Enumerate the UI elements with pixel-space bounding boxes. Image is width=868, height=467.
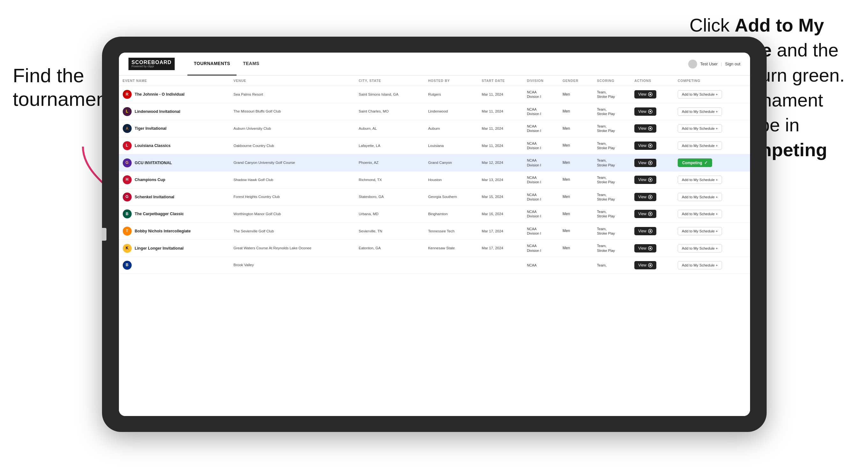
add-to-schedule-button[interactable]: Add to My Schedule + [678, 176, 722, 184]
header-right: Test User | Sign out [688, 60, 741, 68]
cell-scoring: Team,Stroke Play [593, 206, 630, 223]
view-button[interactable]: View [634, 210, 656, 218]
cell-hosted-by [424, 257, 478, 274]
cell-start-date: Mar 11, 2024 [478, 86, 523, 103]
table-row: L Lindenwood Invitational The Missouri B… [119, 103, 750, 120]
table-row: B Brook ValleyNCAATeam, View Add to My S… [119, 257, 750, 274]
table-row: A Tiger Invitational Auburn University C… [119, 120, 750, 137]
view-button[interactable]: View [634, 142, 656, 150]
tab-tournaments[interactable]: TOURNAMENTS [187, 53, 237, 75]
view-button[interactable]: View [634, 124, 656, 133]
add-to-schedule-button[interactable]: Add to My Schedule + [678, 244, 722, 252]
event-name-text: Tiger Invitational [135, 126, 167, 131]
view-icon [648, 178, 652, 182]
cell-division: NCAADivision I [523, 103, 559, 120]
team-logo: R [123, 90, 132, 99]
add-to-schedule-button[interactable]: Add to My Schedule + [678, 210, 722, 218]
cell-actions: View [630, 154, 674, 172]
cell-hosted-by: Houston [424, 171, 478, 188]
cell-city-state: Auburn, AL [355, 120, 424, 137]
cell-division: NCAADivision I [523, 154, 559, 172]
cell-event-name: G GCU INVITATIONAL [119, 154, 230, 172]
cell-gender: Men [559, 103, 593, 120]
add-to-schedule-button[interactable]: Add to My Schedule + [678, 261, 722, 269]
view-button[interactable]: View [634, 90, 656, 98]
col-event-name: EVENT NAME [119, 75, 230, 86]
nav-tabs: TOURNAMENTS TEAMS [187, 53, 266, 75]
view-button[interactable]: View [634, 244, 656, 252]
cell-competing: Add to My Schedule + [674, 257, 750, 274]
tab-teams[interactable]: TEAMS [237, 53, 266, 75]
cell-start-date: Mar 17, 2024 [478, 240, 523, 257]
cell-city-state: Saint Charles, MO [355, 103, 424, 120]
sign-out-link[interactable]: Sign out [725, 62, 741, 66]
cell-actions: View [630, 257, 674, 274]
col-start-date: START DATE [478, 75, 523, 86]
sidebar-toggle[interactable] [102, 228, 106, 241]
cell-city-state: Sevierville, TN [355, 222, 424, 240]
cell-actions: View [630, 103, 674, 120]
view-icon [648, 263, 652, 268]
view-button[interactable]: View [634, 261, 656, 269]
cell-event-name: K Linger Longer Invitational [119, 240, 230, 257]
cell-division: NCAADivision I [523, 240, 559, 257]
cell-event-name: G Schenkel Invitational [119, 188, 230, 206]
cell-division: NCAADivision I [523, 120, 559, 137]
event-name-text: GCU INVITATIONAL [135, 160, 172, 165]
cell-event-name: T Bobby Nichols Intercollegiate [119, 222, 230, 240]
cell-gender: Men [559, 154, 593, 172]
add-to-schedule-button[interactable]: Add to My Schedule + [678, 227, 722, 235]
cell-gender [559, 257, 593, 274]
user-name: Test User [700, 62, 718, 66]
view-icon [648, 195, 652, 199]
team-logo: G [123, 192, 132, 201]
add-to-schedule-button[interactable]: Add to My Schedule + [678, 124, 722, 133]
col-division: DIVISION [523, 75, 559, 86]
cell-event-name: B [119, 257, 230, 274]
cell-event-name: R The Johnnie - O Individual [119, 86, 230, 103]
svg-point-7 [650, 128, 651, 129]
event-name-text: The Carpetbagger Classic [135, 211, 184, 216]
cell-start-date: Mar 11, 2024 [478, 137, 523, 154]
event-name-text: The Johnnie - O Individual [135, 92, 185, 97]
svg-point-9 [650, 145, 651, 147]
add-to-schedule-button[interactable]: Add to My Schedule + [678, 90, 722, 98]
view-button[interactable]: View [634, 159, 656, 167]
table-body: R The Johnnie - O Individual Sea Palms R… [119, 86, 750, 274]
add-to-schedule-button[interactable]: Add to My Schedule + [678, 193, 722, 201]
view-button[interactable]: View [634, 227, 656, 235]
team-logo: B [123, 261, 132, 270]
tablet-frame: SCOREBOARD Powered by clippi TOURNAMENTS… [102, 37, 767, 432]
app-header: SCOREBOARD Powered by clippi TOURNAMENTS… [119, 53, 750, 75]
cell-venue: Sea Palms Resort [229, 86, 355, 103]
cell-gender: Men [559, 222, 593, 240]
view-icon [648, 144, 652, 148]
view-button[interactable]: View [634, 176, 656, 184]
cell-hosted-by: Kennesaw State [424, 240, 478, 257]
team-logo: A [123, 124, 132, 133]
tournaments-table: EVENT NAME VENUE CITY, STATE HOSTED BY S… [119, 75, 750, 274]
cell-start-date: Mar 15, 2024 [478, 188, 523, 206]
cell-gender: Men [559, 86, 593, 103]
cell-hosted-by: Lindenwood [424, 103, 478, 120]
cell-event-name: L Lindenwood Invitational [119, 103, 230, 120]
col-actions: ACTIONS [630, 75, 674, 86]
svg-point-21 [650, 247, 651, 249]
event-name-text: Linger Longer Invitational [135, 246, 184, 251]
cell-hosted-by: Rutgers [424, 86, 478, 103]
view-icon [648, 126, 652, 131]
col-scoring: SCORING [593, 75, 630, 86]
cell-gender: Men [559, 188, 593, 206]
competing-button[interactable]: Competing ✓ [678, 158, 712, 167]
cell-competing: Add to My Schedule + [674, 206, 750, 223]
add-to-schedule-button[interactable]: Add to My Schedule + [678, 107, 722, 116]
cell-division: NCAADivision I [523, 171, 559, 188]
cell-start-date [478, 257, 523, 274]
cell-venue: Grand Canyon University Golf Course [229, 154, 355, 172]
add-to-schedule-button[interactable]: Add to My Schedule + [678, 142, 722, 150]
view-button[interactable]: View [634, 193, 656, 201]
table-header: EVENT NAME VENUE CITY, STATE HOSTED BY S… [119, 75, 750, 86]
table-row: R The Johnnie - O Individual Sea Palms R… [119, 86, 750, 103]
view-button[interactable]: View [634, 107, 656, 116]
table-row: K Linger Longer Invitational Great Water… [119, 240, 750, 257]
